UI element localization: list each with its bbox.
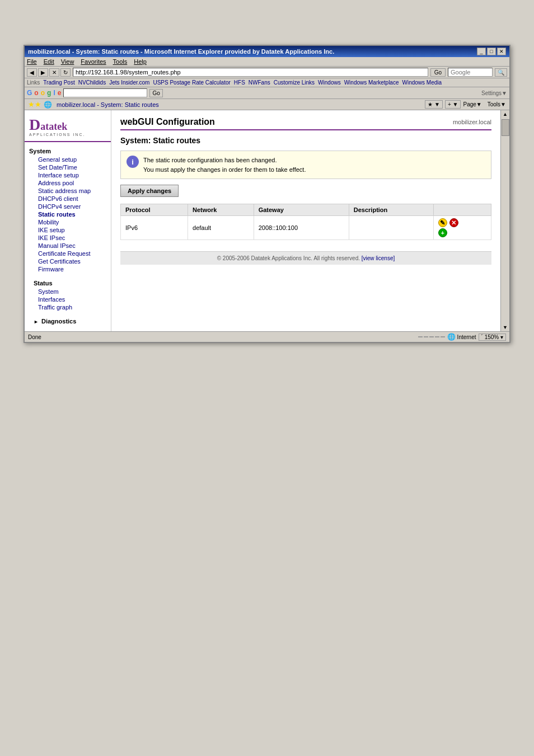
link-windows-marketplace[interactable]: Windows Marketplace bbox=[344, 79, 399, 86]
sidebar-item-static-address-map[interactable]: Static address map bbox=[29, 187, 106, 195]
route-network: default bbox=[188, 216, 254, 240]
search-input[interactable] bbox=[448, 68, 493, 77]
forward-button[interactable]: ▶ bbox=[38, 68, 48, 77]
sidebar-status-heading: Status bbox=[29, 279, 106, 288]
window-controls: _ □ ✕ bbox=[477, 48, 506, 55]
table-header-row: Protocol Network Gateway Description bbox=[121, 204, 491, 216]
link-hfs[interactable]: HFS bbox=[234, 79, 245, 86]
apply-changes-button[interactable]: Apply changes bbox=[120, 185, 179, 197]
sidebar-item-traffic-graph[interactable]: Traffic graph bbox=[29, 303, 106, 311]
logo-atatek: atatek bbox=[40, 121, 67, 133]
sidebar-item-set-datetime[interactable]: Set Date/Time bbox=[29, 163, 106, 171]
address-input[interactable] bbox=[73, 68, 428, 77]
sidebar-item-interfaces[interactable]: Interfaces bbox=[29, 295, 106, 303]
status-bar: Done 🌐 Internet ´ 150% ▾ bbox=[25, 331, 509, 342]
breadcrumb[interactable]: mobilizer.local - System: Static routes bbox=[57, 101, 159, 108]
action-row-2: + bbox=[438, 228, 447, 237]
webgui-hostname: mobilizer.local bbox=[453, 119, 491, 125]
scrollbar-thumb[interactable] bbox=[502, 119, 509, 136]
google-logo-o: o bbox=[34, 89, 38, 97]
footer-text: © 2005-2006 Datatek Applications Inc. Al… bbox=[217, 255, 360, 261]
scrollbar-vertical[interactable]: ▲ ▼ bbox=[500, 110, 509, 331]
edit-button[interactable]: ✎ bbox=[438, 218, 447, 227]
sidebar-item-ike-setup[interactable]: IKE setup bbox=[29, 226, 106, 234]
sidebar-item-ike-ipsec[interactable]: IKE IPsec bbox=[29, 234, 106, 242]
sidebar-diagnostics-heading: ► Diagnostics bbox=[29, 317, 106, 326]
sidebar-item-interface-setup[interactable]: Interface setup bbox=[29, 171, 106, 179]
go-button[interactable]: Go bbox=[430, 68, 446, 77]
maximize-button[interactable]: □ bbox=[487, 48, 496, 55]
sidebar-item-firmware[interactable]: Firmware bbox=[29, 265, 106, 273]
google-logo-o2: o bbox=[41, 89, 45, 97]
globe-icon: 🌐 bbox=[44, 101, 52, 109]
page-tool[interactable]: Page▼ bbox=[463, 101, 481, 107]
sidebar-item-static-routes[interactable]: Static routes bbox=[29, 210, 106, 218]
menu-file[interactable]: File bbox=[27, 58, 37, 65]
sidebar-item-get-certificates[interactable]: Get Certificates bbox=[29, 257, 106, 265]
link-customize[interactable]: Customize Links bbox=[274, 79, 315, 86]
sidebar-item-system-status[interactable]: System bbox=[29, 288, 106, 295]
google-search-button[interactable]: Go bbox=[149, 89, 162, 97]
info-line1: The static route configuration has been … bbox=[143, 157, 277, 163]
stop-button[interactable]: ✕ bbox=[49, 68, 59, 77]
add-favorites-button[interactable]: + ▼ bbox=[445, 100, 461, 109]
status-text: Done bbox=[28, 334, 41, 340]
globe-status-icon: 🌐 bbox=[447, 333, 456, 341]
link-windows[interactable]: Windows bbox=[318, 79, 341, 86]
link-jets-insider[interactable]: Jets Insider.com bbox=[109, 79, 149, 86]
link-trading-post[interactable]: Trading Post bbox=[43, 79, 74, 86]
link-nwfans[interactable]: NWFans bbox=[249, 79, 270, 86]
scroll-up-button[interactable]: ▲ bbox=[502, 110, 509, 118]
address-bar: ◀ ▶ ✕ ↻ Go 🔍 bbox=[25, 67, 509, 78]
footer-license-link[interactable]: [view license] bbox=[362, 255, 395, 261]
search-button[interactable]: 🔍 bbox=[495, 68, 507, 77]
seg3 bbox=[429, 336, 434, 337]
page-title: System: Static routes bbox=[120, 136, 491, 145]
delete-button[interactable]: ✕ bbox=[449, 218, 458, 227]
menu-help[interactable]: Help bbox=[134, 58, 147, 65]
main-content: webGUI Configuration mobilizer.local Sys… bbox=[111, 110, 500, 331]
info-box: i The static route configuration has bee… bbox=[120, 151, 491, 179]
content-wrapper: D atatek APPLICATIONS INC. System Genera… bbox=[25, 110, 509, 331]
sidebar-diagnostics-label[interactable]: Diagnostics bbox=[41, 318, 76, 325]
link-windows-media[interactable]: Windows Media bbox=[402, 79, 442, 86]
sidebar-item-dhcpv4-server[interactable]: DHCPv4 server bbox=[29, 203, 106, 210]
menu-edit[interactable]: Edit bbox=[44, 58, 54, 65]
nav-tools: ★ ▼ + ▼ Page▼ Tools▼ bbox=[425, 100, 506, 109]
google-search-input[interactable] bbox=[63, 88, 147, 97]
menu-tools[interactable]: Tools bbox=[113, 58, 128, 65]
action-row-1: ✎ ✕ bbox=[438, 218, 458, 227]
close-button[interactable]: ✕ bbox=[497, 48, 506, 55]
sidebar-item-general-setup[interactable]: General setup bbox=[29, 156, 106, 163]
favorites-button[interactable]: ★ ▼ bbox=[425, 100, 443, 109]
refresh-button[interactable]: ↻ bbox=[60, 68, 71, 77]
menu-view[interactable]: View bbox=[61, 58, 74, 65]
logo-applications: APPLICATIONS INC. bbox=[29, 133, 106, 137]
scroll-down-button[interactable]: ▼ bbox=[502, 323, 509, 331]
link-nvchildids[interactable]: NVChildids bbox=[78, 79, 106, 86]
sidebar-item-dhcpv6-client[interactable]: DHCPv6 client bbox=[29, 195, 106, 203]
table-row: IPv6 default 2008::100:100 ✎ ✕ bbox=[121, 216, 491, 240]
zoom-level[interactable]: ´ 150% ▾ bbox=[479, 334, 506, 341]
sidebar-item-address-pool[interactable]: Address pool bbox=[29, 179, 106, 187]
menu-favorites[interactable]: Favorites bbox=[81, 58, 106, 65]
route-actions: ✎ ✕ + bbox=[433, 216, 491, 240]
footer: © 2005-2006 Datatek Applications Inc. Al… bbox=[120, 251, 491, 265]
tools-tool[interactable]: Tools▼ bbox=[488, 101, 506, 107]
add-button[interactable]: + bbox=[438, 228, 447, 237]
settings-link[interactable]: Settings▼ bbox=[481, 90, 507, 96]
sidebar-system-heading: System bbox=[29, 148, 106, 154]
back-button[interactable]: ◀ bbox=[27, 68, 37, 77]
sidebar-system-section: System General setup Set Date/Time Inter… bbox=[25, 147, 111, 274]
route-protocol: IPv6 bbox=[121, 216, 188, 240]
link-usps[interactable]: USPS Postage Rate Calculator bbox=[153, 79, 230, 86]
diagnostics-arrow-icon: ► bbox=[34, 319, 39, 325]
sidebar-item-certificate-request[interactable]: Certificate Request bbox=[29, 250, 106, 257]
browser-window: mobilizer.local - System: Static routes … bbox=[24, 45, 510, 343]
seg2 bbox=[424, 336, 428, 337]
sidebar-item-mobility[interactable]: Mobility bbox=[29, 218, 106, 226]
sidebar-item-manual-ipsec[interactable]: Manual IPsec bbox=[29, 242, 106, 250]
minimize-button[interactable]: _ bbox=[477, 48, 486, 55]
google-logo: G bbox=[27, 89, 32, 97]
col-gateway: Gateway bbox=[254, 204, 349, 216]
